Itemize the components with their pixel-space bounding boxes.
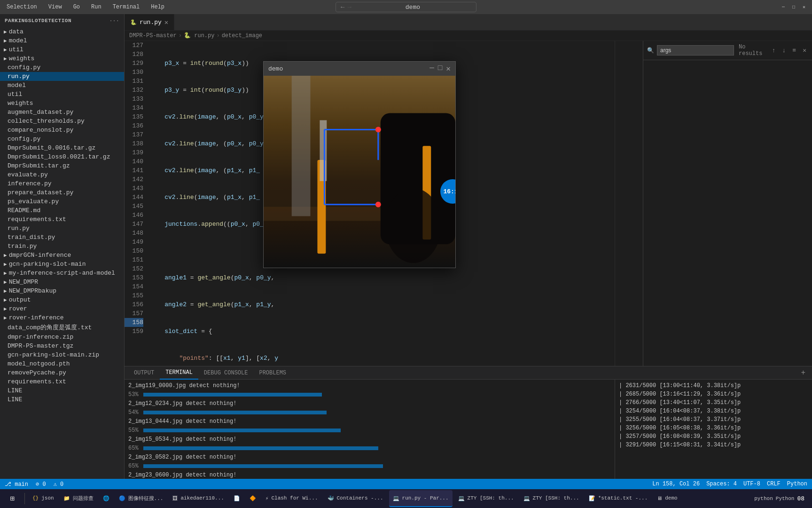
terminal-output[interactable]: 2_img119_0000.jpg detect nothing! 53% 2_… xyxy=(125,380,615,479)
taskbar-app-static[interactable]: 📝 *static.txt -... xyxy=(585,490,652,507)
sidebar-item-roverinf[interactable]: ▶rover-inference xyxy=(0,313,124,322)
sidebar-item-dmpr1[interactable]: DmprSubmit_0.0016.tar.gz xyxy=(0,143,124,152)
sidebar-item-train[interactable]: train_dist.py xyxy=(0,233,124,242)
search-filter-button[interactable]: ≡ xyxy=(790,46,798,55)
menu-view[interactable]: View xyxy=(47,3,64,11)
sidebar-item-newdmpr[interactable]: ▶NEW_DMPR xyxy=(0,278,124,286)
sidebar-item-weights[interactable]: ▶weights xyxy=(0,54,124,63)
tab-terminal[interactable]: TERMINAL xyxy=(160,366,198,380)
status-line-col[interactable]: Ln 158, Col 26 xyxy=(652,481,700,487)
sidebar-item-req1[interactable]: requirements.txt xyxy=(0,215,124,224)
status-errors[interactable]: ⊘ 0 xyxy=(36,481,46,488)
sidebar-item-line2[interactable]: LINE xyxy=(0,395,124,404)
sidebar-item-dmprfolder[interactable]: ▶dmprGCN-inference xyxy=(0,251,124,260)
sidebar-item-model2[interactable]: model xyxy=(0,81,124,90)
tab-runpy[interactable]: 🐍 run.py ✕ xyxy=(125,14,174,30)
sidebar-item-myinf[interactable]: ▶my-inference-script-and-model xyxy=(0,269,124,278)
taskbar-app-demo[interactable]: 🖥 demo xyxy=(653,490,681,507)
line-numbers: 127128129130 131132133134 135136137138 1… xyxy=(125,41,148,366)
nav-fwd-icon[interactable]: → xyxy=(347,3,351,11)
sidebar-item-model[interactable]: ▶model xyxy=(0,36,124,45)
sidebar-item-augment[interactable]: augment_dataset.py xyxy=(0,108,124,117)
status-git[interactable]: ⎇ main xyxy=(5,481,28,488)
sidebar-item-config1[interactable]: config.py xyxy=(0,63,124,72)
sidebar-item-newdmprbak[interactable]: ▶NEW_DMPRbakup xyxy=(0,286,124,295)
sidebar-item-util2[interactable]: util xyxy=(0,90,124,99)
sidebar-item-evaluate[interactable]: evaluate.py xyxy=(0,170,124,179)
sidebar-item-readme[interactable]: README.md xyxy=(0,206,124,215)
status-encoding[interactable]: UTF-8 xyxy=(743,481,760,487)
taskbar-app-clash[interactable]: ⚡ Clash for Wi... xyxy=(262,490,322,507)
menu-help[interactable]: Help xyxy=(149,3,166,11)
sidebar-item-prepare[interactable]: prepare_dataset.py xyxy=(0,188,124,197)
maximize-button[interactable]: □ xyxy=(790,4,797,10)
nav-back-icon[interactable]: ← xyxy=(341,3,344,11)
sidebar-item-util[interactable]: ▶util xyxy=(0,45,124,54)
search-close-button[interactable]: ✕ xyxy=(801,46,808,55)
demo-image-content: 16:14 xyxy=(264,76,455,268)
demo-close-button[interactable]: ✕ xyxy=(446,64,451,73)
demo-minimize-button[interactable]: ─ xyxy=(429,64,434,73)
close-button[interactable]: ✕ xyxy=(801,4,807,10)
tab-output[interactable]: OUTPUT xyxy=(128,366,160,380)
sidebar-item-runpy[interactable]: run.py xyxy=(0,72,124,81)
taskbar-app-browser[interactable]: 🌐 xyxy=(99,490,113,507)
taskbar-app-folder[interactable]: 📁 问题排查 xyxy=(60,490,97,507)
status-warnings[interactable]: ⚠ 0 xyxy=(54,481,64,488)
sidebar-item-dmpr2[interactable]: DmprSubmit_loss0.0021.tar.gz xyxy=(0,152,124,161)
minimize-button[interactable]: ─ xyxy=(780,4,787,10)
status-language[interactable]: Python xyxy=(787,481,807,487)
sidebar-item-config2[interactable]: config.py xyxy=(0,135,124,143)
tab-debug[interactable]: DEBUG CONSOLE xyxy=(198,366,254,380)
tab-problems[interactable]: PROBLEMS xyxy=(253,366,292,380)
terminal-right-line: | 2685/5000 [13:16<11:29, 3.36it/s]p xyxy=(619,390,808,398)
sidebar-more-icon[interactable]: ··· xyxy=(109,18,119,24)
panel-add-button[interactable]: + xyxy=(798,369,808,377)
breadcrumb-root[interactable]: DMPR-PS-master xyxy=(129,32,177,39)
status-line-ending[interactable]: CRLF xyxy=(767,481,781,487)
sidebar-item-run2[interactable]: run.py xyxy=(0,224,124,233)
taskbar-app-aike[interactable]: 🖼 aikedaer110... xyxy=(169,490,227,507)
taskbar-app-orange[interactable]: 🔶 xyxy=(246,490,260,507)
sidebar-item-output[interactable]: ▶output xyxy=(0,295,124,304)
sidebar-item-gcnzip[interactable]: gcn-parking-slot-main.zip xyxy=(0,350,124,359)
sidebar-item-req2[interactable]: requirements.txt xyxy=(0,377,124,386)
progress-row: 65% xyxy=(128,462,611,470)
start-button[interactable]: ⊞ xyxy=(4,490,21,507)
sidebar-item-datacomp[interactable]: data_comp的角度是弧度.txt xyxy=(0,322,124,333)
taskbar-app-containers[interactable]: 🐳 Containers -... xyxy=(324,490,387,507)
breadcrumb-file[interactable]: 🐍 run.py xyxy=(184,32,214,39)
menu-go[interactable]: Go xyxy=(71,3,82,11)
sidebar-item-inference[interactable]: inference.py xyxy=(0,179,124,188)
taskbar-app-img[interactable]: 🔵 图像特征搜... xyxy=(115,490,167,507)
sidebar-item-pseval[interactable]: ps_evaluate.py xyxy=(0,197,124,206)
search-input[interactable] xyxy=(657,45,734,56)
menu-terminal[interactable]: Terminal xyxy=(111,3,142,11)
sidebar-item-removepy[interactable]: removePycache.py xyxy=(0,368,124,377)
sidebar-item-dmpr3[interactable]: DmprSubmit.tar.gz xyxy=(0,161,124,170)
menu-run[interactable]: Run xyxy=(89,3,103,11)
sidebar-item-train2[interactable]: train.py xyxy=(0,242,124,251)
taskbar-app-json[interactable]: {} json xyxy=(29,490,58,507)
search-prev-button[interactable]: ↑ xyxy=(770,46,778,55)
sidebar-item-collect[interactable]: collect_thresholds.py xyxy=(0,117,124,126)
sidebar-item-model-pth[interactable]: model_notgood.pth xyxy=(0,359,124,368)
sidebar-item-compare[interactable]: compare_nonslot.py xyxy=(0,126,124,135)
search-next-button[interactable]: ↓ xyxy=(781,46,788,55)
sidebar-item-weights2[interactable]: weights xyxy=(0,99,124,108)
menu-selection[interactable]: Selection xyxy=(5,3,39,11)
taskbar-app-zty1[interactable]: 💻 ZTY [SSH: th... xyxy=(454,490,518,507)
taskbar-app-runpy[interactable]: 💻 run.py - Par... xyxy=(389,490,453,507)
tab-close-button[interactable]: ✕ xyxy=(164,18,168,26)
sidebar-item-dmprinf[interactable]: dmpr-inference.zip xyxy=(0,333,124,341)
sidebar-item-data[interactable]: ▶data xyxy=(0,27,124,36)
sidebar-item-rover[interactable]: ▶rover xyxy=(0,304,124,313)
sidebar-item-gcn[interactable]: ▶gcn-parking-slot-main xyxy=(0,260,124,269)
breadcrumb-func[interactable]: detect_image xyxy=(222,32,262,39)
taskbar-app-pdf[interactable]: 📄 xyxy=(230,490,244,507)
taskbar-app-zty2[interactable]: 💻 ZTY [SSH: th... xyxy=(520,490,583,507)
demo-maximize-button[interactable]: □ xyxy=(438,64,443,73)
status-spaces[interactable]: Spaces: 4 xyxy=(706,481,737,487)
sidebar-item-line1[interactable]: LINE xyxy=(0,386,124,395)
sidebar-item-dmprps[interactable]: DMPR-PS-master.tgz xyxy=(0,341,124,350)
